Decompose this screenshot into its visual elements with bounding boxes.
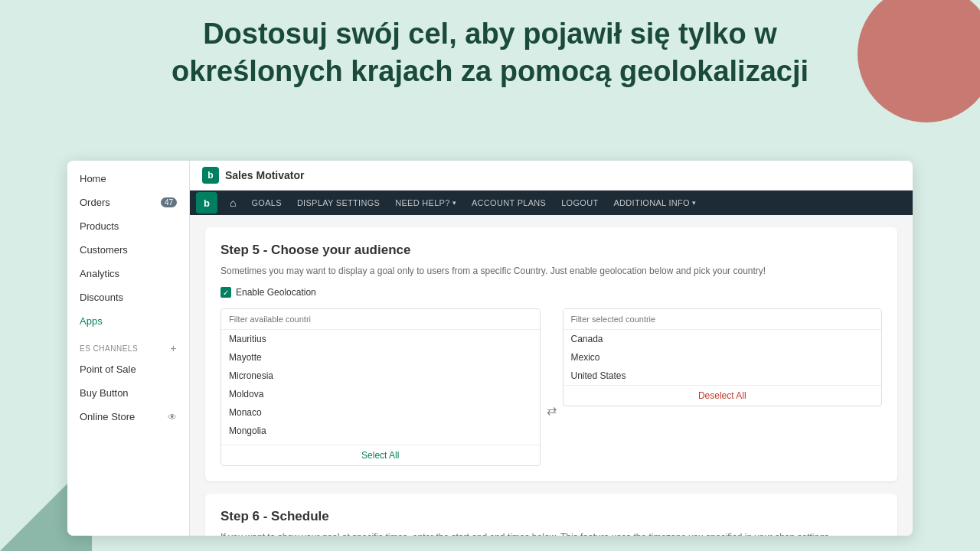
selected-countries-filter[interactable] xyxy=(564,309,882,330)
app-header: b Sales Motivator xyxy=(190,161,913,191)
transfer-icon: ⇄ xyxy=(547,403,557,418)
sidebar: Home Orders 47 Products Customers Analyt… xyxy=(67,161,190,536)
sidebar-item-online-store[interactable]: Online Store 👁 xyxy=(67,405,189,429)
sidebar-item-buy-button[interactable]: Buy Button xyxy=(67,381,189,405)
headline-block: Dostosuj swój cel, aby pojawił się tylko… xyxy=(0,15,980,91)
add-channel-icon[interactable]: + xyxy=(170,342,177,354)
need-help-chevron-icon: ▾ xyxy=(452,199,456,207)
step5-card: Step 5 - Choose your audience Sometimes … xyxy=(205,227,897,481)
country-micronesia[interactable]: Micronesia xyxy=(221,367,540,385)
nav-bar: b ⌂ GOALS DISPLAY SETTINGS NEED HELP? ▾ … xyxy=(190,191,913,215)
step5-description: Sometimes you may want to display a goal… xyxy=(220,264,882,278)
additional-info-chevron-icon: ▾ xyxy=(692,199,696,207)
selected-country-mexico[interactable]: Mexico xyxy=(564,348,882,367)
country-selector: Mauritius Mayotte Micronesia Moldova Mon… xyxy=(220,308,882,466)
select-all-button[interactable]: Select All xyxy=(221,445,540,465)
geolocation-checkbox[interactable]: ✓ xyxy=(220,287,231,298)
nav-home-button[interactable]: ⌂ xyxy=(222,191,243,215)
sidebar-item-orders[interactable]: Orders 47 xyxy=(67,191,189,214)
country-mongolia[interactable]: Mongolia xyxy=(221,422,540,440)
step6-description: If you want to show your goal at specifi… xyxy=(220,530,882,536)
country-mauritius[interactable]: Mauritius xyxy=(221,330,540,348)
sidebar-item-analytics[interactable]: Analytics xyxy=(67,262,189,285)
available-countries-filter[interactable] xyxy=(221,309,540,330)
available-countries-list: Mauritius Mayotte Micronesia Moldova Mon… xyxy=(221,330,540,445)
app-logo: b xyxy=(202,167,219,184)
page-content: Step 5 - Choose your audience Sometimes … xyxy=(190,215,913,536)
geolocation-label: Enable Geolocation xyxy=(236,287,316,298)
step6-card: Step 6 - Schedule If you want to show yo… xyxy=(205,494,897,536)
sidebar-item-point-of-sale[interactable]: Point of Sale xyxy=(67,357,189,381)
nav-display-settings[interactable]: DISPLAY SETTINGS xyxy=(289,192,387,214)
ui-container: Home Orders 47 Products Customers Analyt… xyxy=(67,161,913,536)
country-monaco[interactable]: Monaco xyxy=(221,403,540,422)
headline-text: Dostosuj swój cel, aby pojawił się tylko… xyxy=(46,15,934,91)
selected-country-united-states[interactable]: United States xyxy=(564,367,882,385)
sidebar-item-customers[interactable]: Customers xyxy=(67,238,189,262)
nav-goals[interactable]: GOALS xyxy=(243,192,289,214)
sidebar-item-discounts[interactable]: Discounts xyxy=(67,285,189,309)
geolocation-checkbox-row[interactable]: ✓ Enable Geolocation xyxy=(220,287,882,298)
deselect-all-button[interactable]: Deselect All xyxy=(564,385,882,406)
country-moldova[interactable]: Moldova xyxy=(221,385,540,403)
main-content: b Sales Motivator b ⌂ GOALS DISPLAY SETT… xyxy=(190,161,913,536)
orders-badge: 47 xyxy=(161,197,177,207)
nav-logo: b xyxy=(196,192,217,214)
nav-additional-info[interactable]: ADDITIONAL INFO ▾ xyxy=(606,192,704,214)
selected-countries-list: Canada Mexico United States xyxy=(564,330,882,385)
eye-icon: 👁 xyxy=(168,412,177,422)
nav-account-plans[interactable]: ACCOUNT PLANS xyxy=(464,192,554,214)
step5-title: Step 5 - Choose your audience xyxy=(220,243,882,258)
country-mayotte[interactable]: Mayotte xyxy=(221,348,540,367)
app-title: Sales Motivator xyxy=(225,169,304,181)
sidebar-item-home[interactable]: Home xyxy=(67,167,189,191)
selected-country-canada[interactable]: Canada xyxy=(564,330,882,348)
available-countries-box: Mauritius Mayotte Micronesia Moldova Mon… xyxy=(220,308,541,466)
nav-logout[interactable]: LOGOUT xyxy=(554,192,606,214)
sidebar-item-apps[interactable]: Apps xyxy=(67,309,189,333)
sidebar-item-products[interactable]: Products xyxy=(67,214,189,238)
nav-need-help[interactable]: NEED HELP? ▾ xyxy=(387,192,464,214)
selected-countries-box: Canada Mexico United States Deselect All xyxy=(563,308,883,406)
sidebar-section-channels: ES CHANNELS + xyxy=(67,333,189,357)
step6-title: Step 6 - Schedule xyxy=(220,509,882,524)
